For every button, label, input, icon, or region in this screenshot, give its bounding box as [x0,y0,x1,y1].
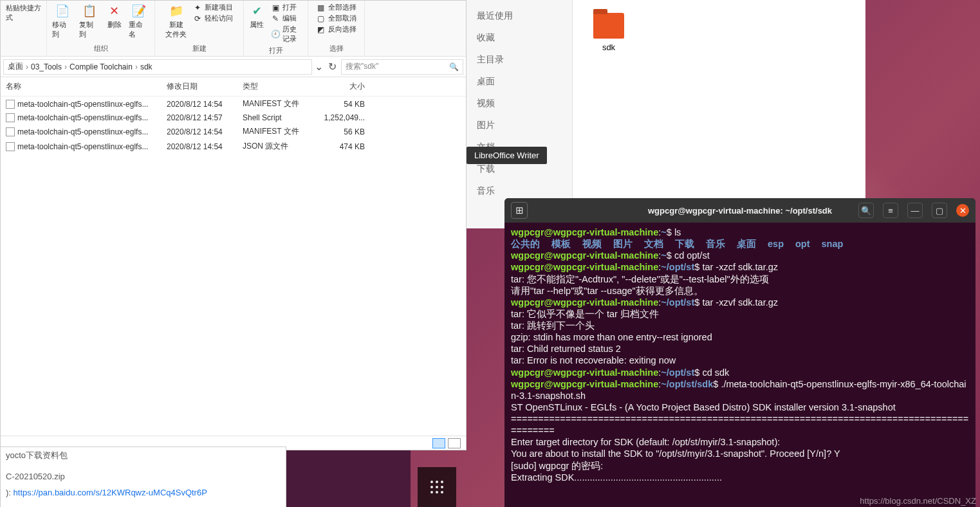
invert-icon: ◩ [317,25,326,34]
select-none-icon: ▢ [317,14,326,23]
delete-icon: ✕ [107,3,122,19]
file-icon [6,142,15,151]
breadcrumb-part[interactable]: 桌面 [8,61,23,72]
folder-sdk[interactable]: sdk [593,13,624,52]
file-size: 474 KB [320,142,365,151]
move-to-icon: 📄 [55,3,70,19]
file-type: MANIFEST 文件 [243,98,320,109]
history-icon: 🕘 [271,30,280,39]
delete-button[interactable]: ✕删除 [104,2,125,31]
invert-selection-button[interactable]: ◩反向选择 [314,24,359,35]
chevron-right-icon: › [135,62,138,71]
file-size: 56 KB [320,127,365,136]
col-name-header[interactable]: 名称 [6,81,167,92]
file-type: Shell Script [243,113,320,122]
nautilus-sidebar-item[interactable]: 最近使用 [467,5,572,27]
file-row[interactable]: meta-toolchain-qt5-openstlinux-eglfs...2… [6,97,461,111]
edit-button[interactable]: ✎编辑 [268,13,305,24]
select-group-label: 选择 [329,42,344,55]
nautilus-sidebar-item[interactable]: 图片 [467,115,572,136]
breadcrumb-part[interactable]: sdk [140,62,153,71]
open-group-label: 打开 [269,44,283,57]
easy-access-button[interactable]: ⟳轻松访问 [190,13,236,24]
rename-button[interactable]: 📝重命名 [126,2,152,41]
apps-grid-icon [430,481,443,493]
breadcrumb-part[interactable]: Complie Toolchain [69,62,133,71]
address-bar: 桌面› 03_Tools› Complie Toolchain› sdk ⌄ ↻… [1,57,466,77]
paste-shortcut-label: 粘贴快捷方式 [6,3,41,23]
search-input[interactable]: 搜索"sdk" 🔍 [341,59,463,75]
col-date-header[interactable]: 修改日期 [167,81,243,92]
search-button[interactable]: 🔍 [858,203,874,218]
file-date: 2020/8/12 14:54 [167,100,243,109]
properties-icon: ✔ [249,3,264,19]
nautilus-sidebar-item[interactable]: 视频 [467,93,572,115]
details-view-button[interactable] [432,438,445,448]
file-icon [6,127,15,136]
file-type: JSON 源文件 [243,141,320,152]
nautilus-main: sdk [573,0,865,228]
nautilus-sidebar-item[interactable]: 桌面 [467,71,572,93]
ribbon: 粘贴快捷方式 📄移动到 📋复制到 ✕删除 📝重命名 组织 📁新建 文件夹 ✦新建… [1,1,466,57]
search-placeholder: 搜索"sdk" [346,61,378,72]
background-text: yocto下载资料包 C-20210520.zip ): https://pan… [0,447,286,507]
select-none-button[interactable]: ▢全部取消 [314,13,359,24]
folder-icon [593,13,624,39]
copy-to-icon: 📋 [82,3,97,19]
col-size-header[interactable]: 大小 [320,81,365,92]
folder-label: sdk [602,42,615,52]
chevron-right-icon: › [26,62,28,71]
copy-to-button[interactable]: 📋复制到 [77,2,102,41]
breadcrumb-part[interactable]: 03_Tools [31,62,62,71]
minimize-button[interactable]: — [907,203,923,218]
file-row[interactable]: meta-toolchain-qt5-openstlinux-eglfs...2… [6,124,461,139]
watermark: https://blog.csdn.net/CSDN_XZ [860,496,976,506]
file-icon [6,113,15,122]
folder-icon: 📁 [169,3,184,19]
close-button[interactable]: ✕ [956,204,969,217]
properties-button[interactable]: ✔属性 [246,2,267,31]
file-row[interactable]: meta-toolchain-qt5-openstlinux-eglfs...2… [6,139,461,154]
history-button[interactable]: 🕘历史记录 [268,24,305,44]
select-all-icon: ▦ [317,3,326,12]
organize-group-label: 组织 [94,42,108,55]
windows-explorer: 粘贴快捷方式 📄移动到 📋复制到 ✕删除 📝重命名 组织 📁新建 文件夹 ✦新建… [0,0,467,450]
new-tab-button[interactable]: ⊞ [511,202,528,219]
file-row[interactable]: meta-toolchain-qt5-openstlinux-eglfs...2… [6,111,461,124]
col-type-header[interactable]: 类型 [243,81,320,92]
menu-button[interactable]: ≡ [883,203,898,218]
move-to-button[interactable]: 📄移动到 [50,2,75,41]
ubuntu-dock[interactable] [418,467,456,507]
file-date: 2020/8/12 14:54 [167,142,243,151]
pan-baidu-link[interactable]: https://pan.baidu.com/s/12KWRqwz-uMCq4Sv… [14,488,207,497]
file-type: MANIFEST 文件 [243,126,320,137]
column-headers: 名称 修改日期 类型 大小 [1,77,466,97]
open-button[interactable]: ▣打开 [268,2,305,13]
file-icon [6,100,15,109]
terminal-title: wgpcgr@wgpcgr-virtual-machine: ~/opt/st/… [648,206,832,216]
easy-access-icon: ⟳ [193,14,202,23]
chevron-right-icon: › [64,62,67,71]
file-size: 1,252,049... [320,113,365,122]
refresh-button[interactable]: ↻ [326,60,338,73]
tooltip-libreoffice: LibreOffice Writer [467,147,547,164]
new-folder-button[interactable]: 📁新建 文件夹 [163,2,189,41]
rename-icon: 📝 [131,3,147,19]
terminal-body[interactable]: wgpcgr@wgpcgr-virtual-machine:~$ ls 公共的模… [504,223,975,487]
icons-view-button[interactable] [448,438,461,448]
file-date: 2020/8/12 14:54 [167,127,243,136]
breadcrumb[interactable]: 桌面› 03_Tools› Complie Toolchain› sdk [3,59,312,75]
file-name: meta-toolchain-qt5-openstlinux-eglfs... [17,127,148,136]
dropdown-icon[interactable]: ⌄ [315,60,323,73]
new-group-label: 新建 [192,42,207,55]
maximize-button[interactable]: ▢ [932,203,947,218]
select-all-button[interactable]: ▦全部选择 [314,2,359,13]
file-name: meta-toolchain-qt5-openstlinux-eglfs... [17,100,148,109]
paste-shortcut-button[interactable]: 粘贴快捷方式 [3,2,44,24]
nautilus-sidebar-item[interactable]: 收藏 [467,27,572,49]
nautilus-sidebar-item[interactable]: 主目录 [467,49,572,71]
new-item-button[interactable]: ✦新建项目 [190,2,236,13]
file-date: 2020/8/12 14:57 [167,113,243,122]
file-size: 54 KB [320,100,365,109]
search-icon: 🔍 [449,62,459,71]
